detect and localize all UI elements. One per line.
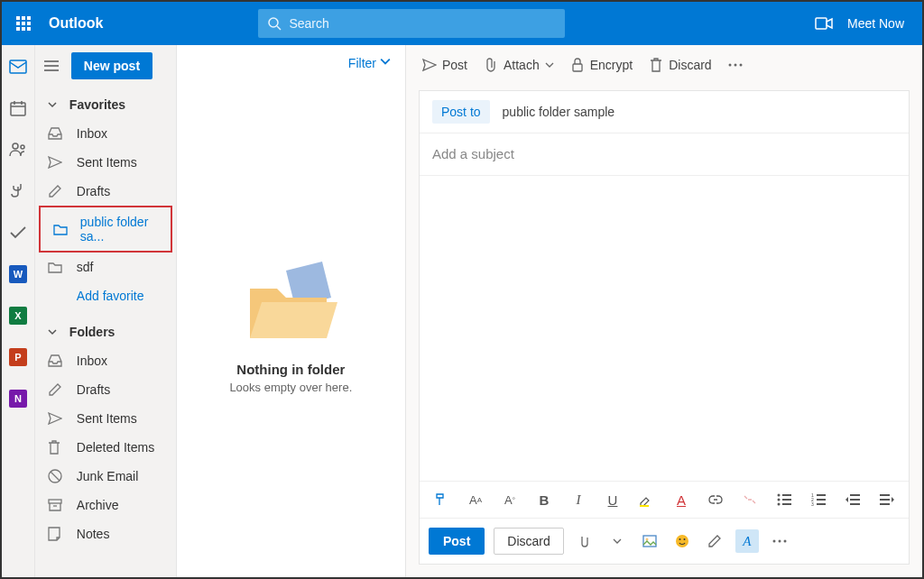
folders-item-notes[interactable]: Notes bbox=[35, 519, 176, 548]
folders-item-sent[interactable]: Sent Items bbox=[35, 404, 176, 433]
rail-calendar-icon[interactable] bbox=[5, 96, 31, 121]
svg-rect-3 bbox=[16, 22, 20, 25]
folders-item-label: Drafts bbox=[77, 382, 110, 397]
rail-word-icon[interactable]: W bbox=[5, 262, 31, 287]
svg-rect-24 bbox=[49, 500, 61, 503]
folder-icon bbox=[53, 223, 68, 235]
more-actions-icon[interactable] bbox=[768, 529, 791, 553]
svg-point-35 bbox=[777, 503, 780, 506]
favorites-section-header[interactable]: Favorites bbox=[35, 90, 176, 119]
empty-folder-icon bbox=[236, 257, 345, 347]
svg-point-52 bbox=[679, 538, 680, 540]
discard-button[interactable]: Discard bbox=[494, 528, 563, 555]
editor-area[interactable] bbox=[420, 176, 909, 481]
draft-icon bbox=[48, 184, 64, 198]
folders-item-label: Sent Items bbox=[77, 411, 137, 426]
highlight-icon[interactable] bbox=[634, 487, 660, 512]
filter-button[interactable]: Filter bbox=[177, 45, 405, 74]
rail-onenote-icon[interactable]: N bbox=[5, 386, 31, 411]
emoji-icon[interactable] bbox=[670, 529, 694, 553]
folders-item-deleted[interactable]: Deleted Items bbox=[35, 433, 176, 462]
rail-mail-icon[interactable] bbox=[5, 54, 31, 79]
font-size-icon[interactable]: A° bbox=[497, 487, 522, 512]
svg-point-50 bbox=[645, 538, 648, 541]
attach-dropdown-icon[interactable] bbox=[573, 529, 596, 553]
svg-point-53 bbox=[683, 538, 685, 540]
signature-icon[interactable] bbox=[703, 529, 726, 553]
post-to-button[interactable]: Post to bbox=[432, 100, 490, 124]
subject-input[interactable] bbox=[432, 146, 896, 161]
favorites-item-sdf[interactable]: sdf bbox=[35, 253, 176, 281]
rail-people-icon[interactable] bbox=[5, 137, 31, 162]
meet-now-button[interactable]: Meet Now bbox=[847, 16, 904, 31]
indent-icon[interactable] bbox=[874, 487, 900, 512]
inbox-icon bbox=[48, 127, 64, 140]
svg-point-31 bbox=[777, 494, 780, 497]
attach-chevron-icon[interactable] bbox=[605, 529, 629, 553]
folders-item-archive[interactable]: Archive bbox=[35, 491, 176, 519]
svg-point-28 bbox=[734, 64, 736, 67]
chevron-down-icon bbox=[48, 100, 57, 109]
italic-icon[interactable]: I bbox=[566, 487, 591, 512]
font-color-icon[interactable]: A bbox=[669, 487, 694, 512]
link-icon[interactable] bbox=[703, 487, 728, 512]
underline-icon[interactable]: U bbox=[600, 487, 625, 512]
cmd-post[interactable]: Post bbox=[422, 58, 467, 72]
svg-point-29 bbox=[739, 64, 742, 67]
numbering-icon[interactable]: 123 bbox=[806, 487, 831, 512]
post-to-value: public folder sample bbox=[503, 105, 615, 119]
svg-line-10 bbox=[277, 26, 281, 30]
bullets-icon[interactable] bbox=[772, 487, 797, 512]
search-input[interactable] bbox=[289, 16, 556, 31]
chevron-down-icon bbox=[545, 60, 554, 69]
hamburger-icon[interactable] bbox=[44, 60, 62, 71]
show-format-icon[interactable]: A bbox=[735, 529, 759, 553]
favorites-item-sent[interactable]: Sent Items bbox=[35, 148, 176, 177]
font-icon[interactable]: AA bbox=[463, 487, 488, 512]
svg-point-56 bbox=[783, 540, 786, 543]
favorites-item-drafts[interactable]: Drafts bbox=[35, 177, 176, 206]
unlink-icon[interactable] bbox=[737, 487, 762, 512]
favorites-item-public-folder[interactable]: public folder sa... bbox=[41, 207, 171, 251]
empty-state: Nothing in folder Looks empty over here. bbox=[177, 74, 405, 577]
svg-rect-5 bbox=[27, 22, 31, 25]
cmd-attach[interactable]: Attach bbox=[484, 58, 554, 72]
folders-item-junk[interactable]: Junk Email bbox=[35, 462, 176, 491]
meet-camera-icon[interactable] bbox=[815, 17, 833, 30]
left-rail: W X P N bbox=[2, 45, 35, 577]
format-painter-icon[interactable] bbox=[429, 487, 454, 512]
send-icon bbox=[422, 58, 437, 72]
draft-icon bbox=[48, 382, 64, 397]
favorites-item-label: public folder sa... bbox=[80, 215, 158, 244]
post-button[interactable]: Post bbox=[429, 528, 485, 555]
picture-icon[interactable] bbox=[638, 529, 661, 553]
rail-todo-icon[interactable] bbox=[5, 220, 31, 245]
add-favorite-link[interactable]: Add favorite bbox=[35, 281, 176, 310]
outdent-icon[interactable] bbox=[840, 487, 865, 512]
new-post-button[interactable]: New post bbox=[71, 52, 152, 79]
action-bar: Post Discard A bbox=[420, 518, 909, 564]
app-launcher-icon[interactable] bbox=[9, 9, 38, 38]
svg-rect-12 bbox=[10, 60, 26, 73]
lock-icon bbox=[570, 58, 585, 72]
folders-section-header[interactable]: Folders bbox=[35, 317, 176, 346]
cmd-discard[interactable]: Discard bbox=[649, 58, 711, 72]
rail-excel-icon[interactable]: X bbox=[5, 303, 31, 328]
bold-icon[interactable]: B bbox=[531, 487, 557, 512]
favorites-item-label: Inbox bbox=[77, 126, 107, 141]
svg-rect-1 bbox=[22, 16, 25, 20]
rail-powerpoint-icon[interactable]: P bbox=[5, 345, 31, 370]
cmd-more[interactable] bbox=[728, 63, 743, 67]
folders-item-drafts[interactable]: Drafts bbox=[35, 375, 176, 404]
rail-files-icon[interactable] bbox=[5, 179, 31, 204]
search-box[interactable] bbox=[258, 9, 565, 38]
svg-rect-45 bbox=[850, 503, 860, 505]
folders-item-inbox[interactable]: Inbox bbox=[35, 346, 176, 375]
cmd-encrypt[interactable]: Encrypt bbox=[570, 58, 633, 72]
favorites-item-inbox[interactable]: Inbox bbox=[35, 119, 176, 148]
favorites-label: Favorites bbox=[69, 97, 125, 112]
svg-rect-40 bbox=[817, 499, 826, 501]
svg-rect-7 bbox=[22, 27, 25, 31]
svg-text:3: 3 bbox=[811, 501, 814, 506]
svg-rect-43 bbox=[850, 494, 860, 496]
